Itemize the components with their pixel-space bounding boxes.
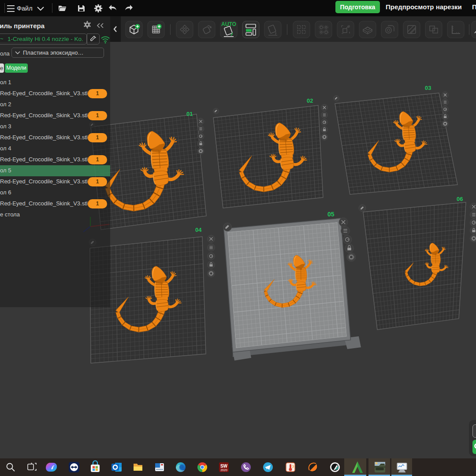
svg-text:Файл: Файл [17,5,33,12]
svg-text:06: 06 [457,196,463,202]
svg-text:02: 02 [307,97,313,104]
svg-text:SW: SW [220,464,228,469]
svg-text:04: 04 [195,227,202,233]
svg-text:2020: 2020 [220,469,227,472]
svg-text:03: 03 [425,85,431,91]
svg-text:01: 01 [186,111,193,117]
svg-text:05: 05 [327,211,335,218]
